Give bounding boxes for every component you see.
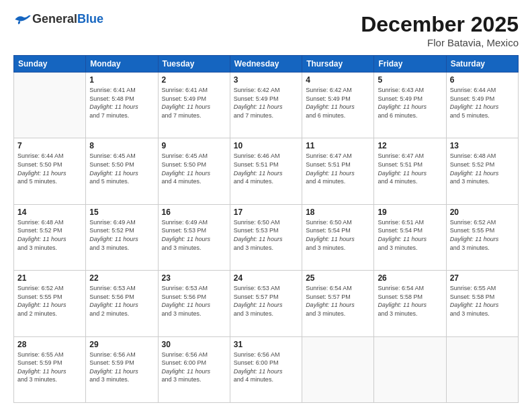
day-detail: and 3 minutes. — [306, 310, 345, 317]
sunrise-info: Sunrise: 6:44 AM — [17, 152, 64, 159]
day-detail: and 4 minutes. — [234, 178, 273, 185]
table-row: 31Sunrise: 6:56 AMSunset: 6:00 PMDayligh… — [230, 336, 302, 402]
daylight-hours: Daylight: 11 hours — [17, 302, 66, 308]
day-info: Sunrise: 6:43 AMSunset: 5:49 PMDaylight:… — [378, 86, 442, 120]
day-info: Sunrise: 6:56 AMSunset: 6:00 PMDaylight:… — [162, 351, 226, 384]
sunrise-info: Sunrise: 6:42 AM — [234, 87, 280, 93]
daylight-hours: Daylight: 11 hours — [306, 236, 355, 242]
day-number: 9 — [162, 141, 226, 150]
table-row: 13Sunrise: 6:48 AMSunset: 5:52 PMDayligh… — [446, 138, 518, 204]
day-info: Sunrise: 6:41 AMSunset: 5:48 PMDaylight:… — [89, 86, 154, 120]
bird-icon — [13, 13, 32, 26]
daylight-hours: Daylight: 11 hours — [306, 103, 355, 110]
sunset-info: Sunset: 5:57 PM — [306, 293, 351, 300]
day-detail: and 7 minutes. — [89, 112, 129, 119]
sunset-info: Sunset: 5:52 PM — [17, 227, 62, 234]
sunrise-info: Sunrise: 6:45 AM — [89, 152, 136, 159]
day-number: 17 — [234, 208, 298, 217]
day-info: Sunrise: 6:53 AMSunset: 5:57 PMDaylight:… — [234, 284, 298, 318]
header-tuesday: Tuesday — [158, 56, 230, 73]
calendar-row-3: 21Sunrise: 6:52 AMSunset: 5:55 PMDayligh… — [14, 271, 519, 336]
daylight-hours: Daylight: 11 hours — [89, 236, 138, 242]
day-number: 14 — [17, 208, 82, 217]
sunrise-info: Sunrise: 6:50 AM — [234, 219, 280, 226]
sunset-info: Sunset: 5:50 PM — [162, 161, 207, 168]
day-number: 27 — [450, 273, 515, 283]
table-row: 27Sunrise: 6:55 AMSunset: 5:58 PMDayligh… — [446, 271, 518, 336]
table-row: 14Sunrise: 6:48 AMSunset: 5:52 PMDayligh… — [14, 204, 86, 270]
day-detail: and 4 minutes. — [378, 178, 417, 185]
header-saturday: Saturday — [446, 56, 518, 73]
day-info: Sunrise: 6:41 AMSunset: 5:49 PMDaylight:… — [162, 86, 226, 120]
day-number: 22 — [89, 273, 154, 283]
day-detail: and 4 minutes. — [306, 178, 345, 185]
daylight-hours: Daylight: 11 hours — [162, 302, 211, 308]
table-row: 28Sunrise: 6:55 AMSunset: 5:59 PMDayligh… — [14, 336, 86, 402]
day-number: 16 — [162, 208, 226, 217]
day-number: 31 — [234, 340, 298, 349]
table-row: 23Sunrise: 6:53 AMSunset: 5:56 PMDayligh… — [158, 271, 230, 336]
day-number: 18 — [306, 208, 370, 217]
day-number: 20 — [450, 208, 515, 217]
sunrise-info: Sunrise: 6:48 AM — [17, 219, 64, 226]
sunrise-info: Sunrise: 6:41 AM — [162, 87, 208, 93]
table-row: 1Sunrise: 6:41 AMSunset: 5:48 PMDaylight… — [86, 73, 158, 138]
table-row: 16Sunrise: 6:49 AMSunset: 5:53 PMDayligh… — [158, 204, 230, 270]
header: GeneralBlue December 2025 Flor Batavia, … — [13, 12, 519, 48]
day-detail: and 3 minutes. — [162, 376, 202, 383]
day-detail: and 3 minutes. — [89, 244, 129, 251]
sunrise-info: Sunrise: 6:46 AM — [234, 152, 280, 159]
daylight-hours: Daylight: 11 hours — [450, 103, 499, 110]
day-number: 10 — [234, 141, 298, 150]
sunrise-info: Sunrise: 6:42 AM — [306, 87, 352, 93]
day-detail: and 3 minutes. — [89, 376, 129, 383]
day-detail: and 3 minutes. — [234, 310, 273, 317]
sunset-info: Sunset: 5:54 PM — [378, 227, 423, 234]
daylight-hours: Daylight: 11 hours — [89, 368, 138, 375]
day-info: Sunrise: 6:47 AMSunset: 5:51 PMDaylight:… — [378, 152, 442, 185]
calendar-row-1: 7Sunrise: 6:44 AMSunset: 5:50 PMDaylight… — [14, 138, 519, 204]
day-info: Sunrise: 6:45 AMSunset: 5:50 PMDaylight:… — [162, 152, 226, 185]
daylight-hours: Daylight: 11 hours — [162, 170, 211, 177]
sunset-info: Sunset: 6:00 PM — [162, 359, 207, 366]
day-detail: and 3 minutes. — [234, 244, 273, 251]
day-info: Sunrise: 6:42 AMSunset: 5:49 PMDaylight:… — [306, 86, 370, 120]
sunset-info: Sunset: 5:51 PM — [234, 161, 279, 168]
day-info: Sunrise: 6:49 AMSunset: 5:52 PMDaylight:… — [89, 218, 154, 252]
header-friday: Friday — [374, 56, 446, 73]
day-info: Sunrise: 6:42 AMSunset: 5:49 PMDaylight:… — [234, 86, 298, 120]
daylight-hours: Daylight: 11 hours — [450, 236, 499, 242]
sunset-info: Sunset: 5:57 PM — [234, 293, 279, 300]
day-detail: and 6 minutes. — [306, 112, 345, 119]
sunset-info: Sunset: 5:54 PM — [306, 227, 351, 234]
sunset-info: Sunset: 5:49 PM — [306, 95, 351, 102]
day-detail: and 2 minutes. — [17, 310, 57, 317]
day-number: 30 — [162, 340, 226, 349]
daylight-hours: Daylight: 11 hours — [378, 302, 427, 308]
table-row: 10Sunrise: 6:46 AMSunset: 5:51 PMDayligh… — [230, 138, 302, 204]
day-info: Sunrise: 6:51 AMSunset: 5:54 PMDaylight:… — [378, 218, 442, 252]
day-number: 4 — [306, 75, 370, 85]
sunrise-info: Sunrise: 6:53 AM — [89, 285, 136, 291]
sunrise-info: Sunrise: 6:56 AM — [234, 351, 280, 358]
sunrise-info: Sunrise: 6:51 AM — [378, 219, 424, 226]
sunset-info: Sunset: 5:50 PM — [89, 161, 134, 168]
sunrise-info: Sunrise: 6:55 AM — [17, 351, 64, 358]
sunset-info: Sunset: 5:49 PM — [378, 95, 423, 102]
sunset-info: Sunset: 5:59 PM — [17, 359, 62, 366]
daylight-hours: Daylight: 11 hours — [234, 302, 283, 308]
logo-general-text: GeneralBlue — [32, 12, 103, 26]
daylight-hours: Daylight: 11 hours — [234, 368, 283, 375]
daylight-hours: Daylight: 11 hours — [234, 236, 283, 242]
daylight-hours: Daylight: 11 hours — [162, 368, 211, 375]
sunrise-info: Sunrise: 6:52 AM — [17, 285, 64, 291]
day-detail: and 3 minutes. — [162, 244, 202, 251]
sunrise-info: Sunrise: 6:56 AM — [162, 351, 208, 358]
sunset-info: Sunset: 5:51 PM — [306, 161, 351, 168]
day-detail: and 3 minutes. — [450, 244, 490, 251]
day-detail: and 5 minutes. — [89, 178, 129, 185]
table-row: 25Sunrise: 6:54 AMSunset: 5:57 PMDayligh… — [302, 271, 374, 336]
table-row — [374, 336, 446, 402]
daylight-hours: Daylight: 11 hours — [378, 236, 427, 242]
sunset-info: Sunset: 5:56 PM — [89, 293, 134, 300]
